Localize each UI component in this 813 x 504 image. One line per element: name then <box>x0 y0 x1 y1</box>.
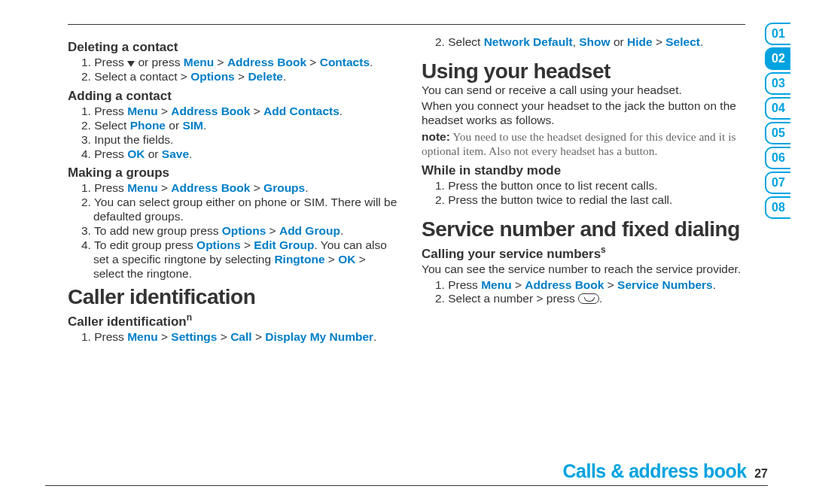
note-text: note: You need to use the headset design… <box>422 129 753 159</box>
paragraph: You can see the service number to reach … <box>422 263 753 277</box>
step: 2. Select a contact > Options > Delete. <box>93 70 399 84</box>
chapter-tab-04[interactable]: 04 <box>765 97 790 120</box>
heading-standby-mode: While in standby mode <box>422 163 753 178</box>
manual-page: Deleting a contact 1. Press or press Men… <box>0 0 813 504</box>
heading-caller-identification: Caller identification <box>68 286 399 308</box>
steps-caller-id: 1. Press Menu > Settings > Call > Displa… <box>68 330 399 345</box>
content-columns: Deleting a contact 1. Press or press Men… <box>45 35 783 345</box>
footer-section-title: Calls & address book <box>563 460 747 481</box>
column-right: 2. Select Network Default, Show or Hide … <box>422 35 753 345</box>
footer-page-number: 27 <box>754 467 768 480</box>
rule-top <box>68 24 745 25</box>
step: 4. Press OK or Save. <box>93 147 399 162</box>
step: 2. Press the button twice to redial the … <box>447 193 753 208</box>
steps-standby: 1. Press the button once to list recent … <box>422 179 753 208</box>
step: 2. Select a number > press . <box>447 292 753 306</box>
steps-adding-contact: 1. Press Menu > Address Book > Add Conta… <box>68 105 399 162</box>
heading-using-headset: Using your headset <box>422 60 753 82</box>
heading-calling-service-numbers: Calling your service numberss <box>422 244 753 262</box>
step: 4. To edit group press Options > Edit Gr… <box>93 238 399 281</box>
step: 1. Press Menu > Settings > Call > Displa… <box>93 330 399 345</box>
steps-deleting-contact: 1. Press or press Menu > Address Book > … <box>68 56 399 84</box>
step: 2. Select Network Default, Show or Hide … <box>447 35 753 50</box>
note-label: note: <box>422 130 450 143</box>
paragraph: When you connect your headset to the jac… <box>422 99 753 128</box>
chapter-tab-07[interactable]: 07 <box>765 172 790 194</box>
chapter-tab-02[interactable]: 02 <box>765 47 790 70</box>
call-key-icon <box>578 293 599 304</box>
step: 2. Select Phone or SIM. <box>93 119 399 133</box>
heading-making-groups: Making a groups <box>68 165 399 181</box>
heading-service-number: Service number and fixed dialing <box>422 218 753 240</box>
chapter-tab-03[interactable]: 03 <box>765 72 790 95</box>
step: 2. You can select group either on phone … <box>93 196 399 224</box>
chapter-tabs: 0102030405060708 <box>765 23 790 219</box>
chapter-tab-08[interactable]: 08 <box>765 196 790 219</box>
steps-service-numbers: 1. Press Menu > Address Book > Service N… <box>422 278 753 307</box>
rule-bottom <box>45 485 768 486</box>
heading-deleting-contact: Deleting a contact <box>68 40 399 55</box>
heading-adding-contact: Adding a contact <box>68 89 399 104</box>
step: 3. Input the fields. <box>93 133 399 147</box>
down-arrow-icon <box>127 61 135 67</box>
subheading-caller-identification: Caller identificationn <box>68 312 399 329</box>
step: 1. Press Menu > Address Book > Service N… <box>447 278 753 293</box>
steps-making-groups: 1. Press Menu > Address Book > Groups. 2… <box>68 181 399 281</box>
step: 1. Press Menu > Address Book > Add Conta… <box>93 105 399 119</box>
step: 1. Press the button once to list recent … <box>447 179 753 193</box>
chapter-tab-06[interactable]: 06 <box>765 147 790 169</box>
step: 1. Press Menu > Address Book > Groups. <box>93 181 399 196</box>
step: 1. Press or press Menu > Address Book > … <box>93 56 399 70</box>
paragraph: You can send or receive a call using you… <box>422 83 753 98</box>
page-footer: Calls & address book 27 <box>45 460 768 486</box>
column-left: Deleting a contact 1. Press or press Men… <box>68 35 399 345</box>
steps-caller-id-continued: 2. Select Network Default, Show or Hide … <box>422 35 753 50</box>
step: 3. To add new group press Options > Add … <box>93 224 399 238</box>
chapter-tab-01[interactable]: 01 <box>765 23 790 45</box>
chapter-tab-05[interactable]: 05 <box>765 122 790 144</box>
